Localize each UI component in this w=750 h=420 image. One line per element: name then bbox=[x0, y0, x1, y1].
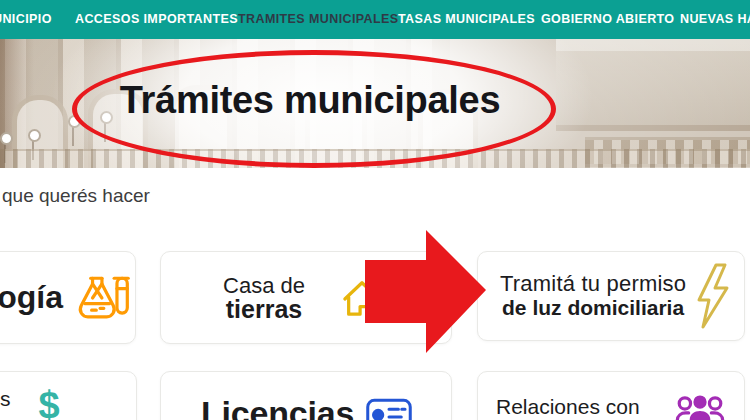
municipal-tramites-page: UNICIPIO ACCESOS IMPORTANTES TRAMITES MU… bbox=[0, 0, 750, 420]
nav-item-accesos-importantes[interactable]: ACCESOS IMPORTANTES bbox=[75, 12, 238, 26]
card-label: Tramitá tu permiso de luz domiciliaria bbox=[500, 272, 686, 320]
top-navigation: UNICIPIO ACCESOS IMPORTANTES TRAMITES MU… bbox=[0, 0, 750, 39]
card-label: Relaciones con la comunidad bbox=[496, 396, 640, 420]
flask-icon bbox=[70, 273, 132, 323]
dollar-icon: $ bbox=[39, 390, 60, 420]
intro-text: que querés hacer bbox=[2, 185, 150, 207]
card-casa-de-tierras[interactable]: Casa de tierras bbox=[160, 251, 452, 344]
card-label: s bbox=[0, 387, 11, 411]
card-label: ogía bbox=[0, 279, 63, 316]
card-relaciones-comunidad[interactable]: Relaciones con la comunidad bbox=[477, 371, 745, 420]
lightning-icon bbox=[695, 262, 731, 330]
people-icon bbox=[674, 394, 726, 420]
nav-item-nuevas-habilitaciones[interactable]: NUEVAS HABI bbox=[680, 12, 750, 26]
red-ellipse-annotation bbox=[72, 50, 556, 168]
card-label-line1: Relaciones con bbox=[496, 396, 640, 418]
card-label-line1: Tramitá tu permiso bbox=[500, 272, 686, 296]
nav-item-gobierno-abierto[interactable]: GOBIERNO ABIERTO bbox=[541, 12, 675, 26]
nav-item-tramites-municipales[interactable]: TRAMITES MUNICIPALES bbox=[238, 12, 399, 26]
card-label: Licencias bbox=[201, 394, 354, 420]
card-label: Casa de tierras bbox=[201, 274, 327, 322]
card-label-line2: de luz domiciliaria bbox=[500, 296, 686, 320]
card-licencias[interactable]: Licencias bbox=[160, 371, 452, 420]
card-label-line1: Casa de bbox=[201, 274, 327, 297]
nav-item-municipio[interactable]: UNICIPIO bbox=[0, 12, 52, 26]
header-banner: Trámites municipales bbox=[0, 39, 750, 168]
nav-item-tasas-municipales[interactable]: TASAS MUNICIPALES bbox=[398, 12, 535, 26]
card-pagos[interactable]: s $ bbox=[0, 371, 137, 420]
card-label-line2: tierras bbox=[201, 297, 327, 322]
license-icon bbox=[365, 398, 413, 420]
card-permiso-luz-domiciliaria[interactable]: Tramitá tu permiso de luz domiciliaria bbox=[477, 251, 745, 341]
house-icon bbox=[341, 278, 383, 318]
card-bromatologia[interactable]: ogía bbox=[0, 251, 136, 344]
